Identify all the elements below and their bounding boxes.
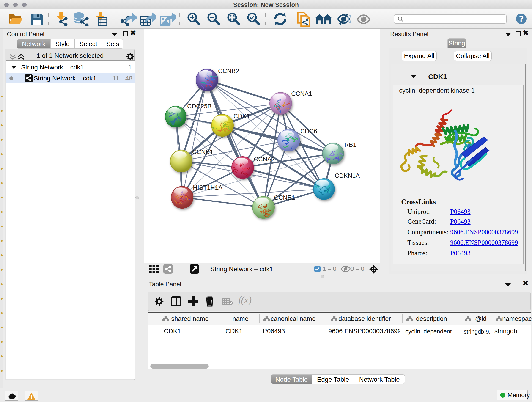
svg-text:CCNE1: CCNE1 bbox=[274, 194, 295, 201]
svg-text:HIST1H1A: HIST1H1A bbox=[193, 184, 222, 191]
svg-text:CDKN1A: CDKN1A bbox=[335, 172, 360, 179]
svg-text:CDC25B: CDC25B bbox=[187, 103, 212, 110]
svg-text:CCNB2: CCNB2 bbox=[218, 68, 239, 75]
svg-text:RB1: RB1 bbox=[344, 141, 356, 148]
svg-text:CCNB1: CCNB1 bbox=[192, 148, 213, 155]
svg-text:CCNA2: CCNA2 bbox=[254, 156, 275, 163]
svg-text:CCNA1: CCNA1 bbox=[291, 90, 312, 97]
svg-text:CDK1: CDK1 bbox=[234, 113, 250, 120]
svg-text:CDC6: CDC6 bbox=[300, 128, 317, 135]
